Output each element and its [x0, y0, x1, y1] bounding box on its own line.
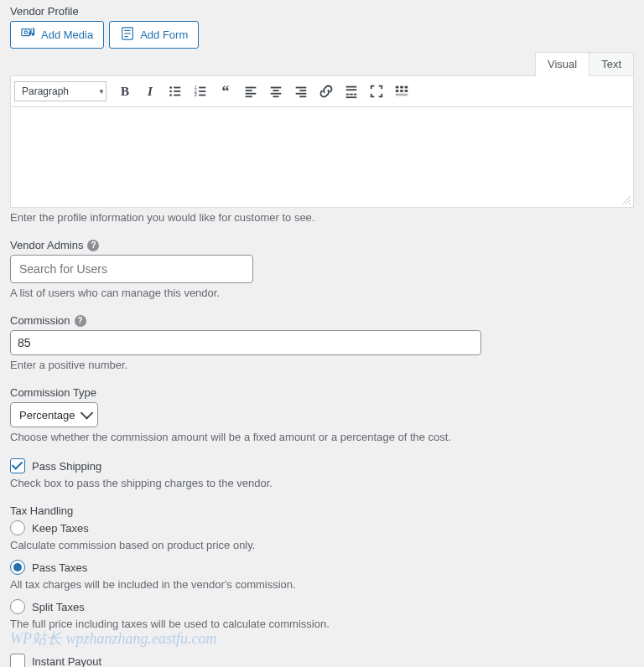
svg-rect-0: [22, 29, 30, 36]
svg-rect-22: [271, 87, 282, 89]
commission-type-help: Choose whether the commission amount wil…: [10, 431, 634, 443]
keep-taxes-help: Calculate commission based on product pr…: [10, 539, 634, 551]
numbered-list-icon[interactable]: 123: [189, 80, 212, 103]
svg-rect-42: [396, 94, 408, 96]
svg-point-8: [169, 90, 172, 93]
instant-payout-label: Instant Payout: [32, 655, 101, 668]
align-left-icon[interactable]: [239, 80, 262, 103]
svg-rect-29: [299, 96, 306, 97]
bullet-list-icon[interactable]: [164, 80, 187, 103]
svg-rect-32: [346, 94, 350, 96]
svg-rect-27: [299, 90, 306, 91]
instant-payout-section: Instant Payout: [10, 654, 634, 667]
blockquote-icon[interactable]: “: [214, 80, 237, 103]
vendor-admins-search-input[interactable]: [10, 255, 253, 283]
instant-payout-row[interactable]: Instant Payout: [10, 654, 634, 667]
vendor-profile-label: Vendor Profile: [10, 5, 634, 18]
svg-rect-30: [346, 86, 357, 88]
commission-input[interactable]: [10, 330, 481, 355]
commission-type-select[interactable]: Percentage: [10, 402, 98, 427]
commission-type-section: Commission Type Percentage Choose whethe…: [10, 386, 634, 443]
pass-taxes-radio[interactable]: [10, 560, 25, 575]
format-select-wrap: Paragraph: [14, 81, 112, 101]
svg-point-10: [169, 94, 172, 96]
vendor-admins-help: A list of users who can manage this vend…: [10, 287, 634, 299]
vendor-admins-section: Vendor Admins ? A list of users who can …: [10, 239, 634, 299]
pass-taxes-help: All tax charges will be included in the …: [10, 578, 634, 591]
svg-rect-39: [396, 90, 399, 92]
help-icon[interactable]: ?: [87, 240, 99, 251]
svg-rect-25: [273, 96, 278, 97]
svg-rect-20: [246, 93, 257, 95]
align-right-icon[interactable]: [289, 80, 313, 103]
italic-icon[interactable]: I: [138, 80, 162, 103]
svg-rect-13: [199, 87, 205, 89]
rich-text-editor: Visual Text Paragraph B I 123 “: [10, 52, 634, 208]
instant-payout-checkbox[interactable]: [10, 654, 25, 667]
svg-rect-37: [400, 86, 403, 89]
tax-handling-section: Tax Handling Keep Taxes Calculate commis…: [10, 504, 634, 630]
vendor-profile-section: Vendor Profile Add Media: [10, 5, 634, 224]
svg-point-1: [24, 31, 28, 34]
resize-handle-icon[interactable]: [621, 195, 631, 205]
split-taxes-row[interactable]: Split Taxes: [10, 599, 634, 614]
editor-content-area[interactable]: [10, 107, 634, 208]
svg-rect-41: [405, 90, 408, 92]
keep-taxes-radio[interactable]: [10, 520, 25, 535]
svg-rect-34: [354, 94, 357, 96]
watermark-text: WP站长 wpzhanzhang.eastfu.com: [10, 628, 634, 649]
svg-rect-7: [174, 87, 180, 89]
link-icon[interactable]: [314, 80, 338, 103]
svg-rect-21: [246, 96, 252, 97]
format-select[interactable]: Paragraph: [14, 81, 106, 101]
toolbar-toggle-icon[interactable]: [390, 80, 413, 103]
svg-rect-19: [246, 90, 252, 91]
tab-visual[interactable]: Visual: [535, 52, 589, 76]
read-more-icon[interactable]: [340, 80, 363, 103]
pass-taxes-row[interactable]: Pass Taxes: [10, 560, 634, 575]
commission-help: Enter a positive number.: [10, 359, 634, 371]
align-center-icon[interactable]: [264, 80, 288, 103]
add-form-button[interactable]: Add Form: [109, 21, 199, 49]
svg-rect-40: [400, 90, 403, 92]
split-taxes-label: Split Taxes: [32, 601, 85, 613]
vendor-admins-label: Vendor Admins ?: [10, 239, 634, 251]
svg-rect-33: [350, 94, 353, 96]
svg-rect-26: [296, 87, 307, 89]
bold-icon[interactable]: B: [113, 80, 137, 103]
svg-rect-17: [199, 95, 205, 96]
pass-shipping-help: Check box to pass the shipping charges t…: [10, 477, 634, 489]
vendor-profile-help: Enter the profile information you would …: [10, 211, 634, 224]
pass-taxes-label: Pass Taxes: [32, 561, 87, 574]
commission-type-label: Commission Type: [10, 386, 634, 399]
svg-rect-31: [346, 89, 357, 90]
svg-rect-11: [174, 95, 180, 96]
pass-shipping-row[interactable]: Pass Shipping: [10, 458, 634, 473]
add-media-button[interactable]: Add Media: [10, 21, 104, 49]
commission-type-select-wrap: Percentage: [10, 402, 98, 427]
commission-label-text: Commission: [10, 314, 70, 327]
keep-taxes-row[interactable]: Keep Taxes: [10, 520, 634, 535]
pass-shipping-label: Pass Shipping: [32, 460, 101, 473]
editor-mode-tabs: Visual Text: [10, 52, 634, 76]
fullscreen-icon[interactable]: [365, 80, 388, 103]
media-buttons-row: Add Media Add Form: [10, 21, 634, 49]
svg-rect-24: [271, 93, 282, 95]
vendor-admins-label-text: Vendor Admins: [10, 239, 83, 251]
svg-rect-18: [246, 87, 257, 89]
keep-taxes-label: Keep Taxes: [32, 522, 89, 535]
form-icon: [120, 26, 135, 44]
help-icon[interactable]: ?: [75, 315, 86, 327]
add-form-label: Add Form: [140, 28, 188, 41]
split-taxes-radio[interactable]: [10, 599, 25, 614]
pass-shipping-section: Pass Shipping Check box to pass the ship…: [10, 458, 634, 489]
commission-section: Commission ? Enter a positive number.: [10, 314, 634, 371]
svg-text:3: 3: [195, 92, 197, 97]
svg-rect-38: [405, 86, 408, 89]
svg-rect-9: [174, 90, 180, 92]
svg-rect-36: [396, 86, 399, 89]
svg-rect-28: [296, 93, 307, 95]
svg-point-6: [169, 86, 172, 89]
pass-shipping-checkbox[interactable]: [10, 458, 25, 473]
tab-text[interactable]: Text: [589, 52, 634, 76]
